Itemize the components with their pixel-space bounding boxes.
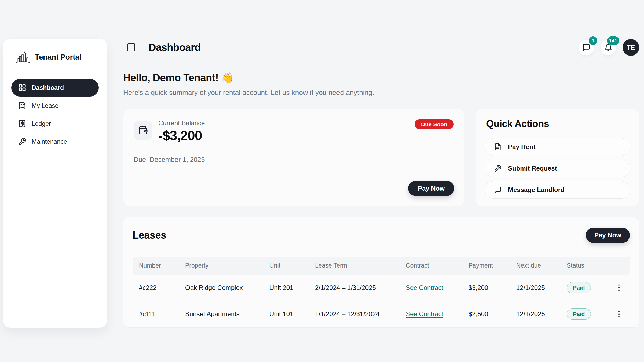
messages-button[interactable]: 1	[579, 40, 594, 55]
balance-label: Current Balance	[158, 119, 205, 127]
greeting-subtitle: Here's a quick summary of your rental ac…	[123, 88, 374, 97]
avatar[interactable]: TE	[623, 39, 639, 56]
col-number: Number	[133, 262, 179, 269]
table-row: #c111 Sunset Apartments Unit 101 1/1/202…	[133, 301, 630, 327]
leases-pay-now-button[interactable]: Pay Now	[586, 228, 630, 243]
file-text-icon	[494, 143, 502, 151]
lease-term: 1/1/2024 – 12/31/2024	[309, 310, 399, 318]
lease-number: #c222	[133, 284, 179, 291]
wallet-icon-box	[134, 121, 152, 140]
status-badge: Paid	[567, 282, 591, 293]
col-lease-term: Lease Term	[309, 262, 399, 269]
sidebar-item-my-lease[interactable]: My Lease	[11, 97, 99, 114]
sidebar-item-label: My Lease	[32, 102, 58, 109]
sidebar: Tenant Portal Dashboard	[3, 39, 107, 328]
quick-actions-title: Quick Actions	[485, 118, 630, 130]
page-title: Dashboard	[149, 42, 201, 53]
messages-count-badge: 1	[589, 36, 597, 45]
table-header-row: Number Property Unit Lease Term Contract…	[133, 257, 630, 275]
status-badge: Paid	[567, 308, 591, 320]
balance-due-date: Due: December 1, 2025	[134, 156, 454, 164]
notifications-button[interactable]: 141	[601, 40, 616, 55]
col-contract: Contract	[399, 262, 462, 269]
lease-next-due: 12/1/2025	[510, 284, 560, 291]
message-landlord-label: Message Landlord	[508, 186, 565, 194]
sidebar-toggle-icon[interactable]	[126, 43, 136, 52]
col-next-due: Next due	[510, 262, 560, 269]
notifications-count-badge: 141	[607, 36, 619, 45]
lease-unit: Unit 101	[263, 310, 309, 318]
wrench-icon	[18, 138, 26, 146]
balance-amount: -$3,200	[158, 128, 205, 143]
lease-term: 2/1/2024 – 1/31/2025	[309, 284, 399, 291]
pay-rent-button[interactable]: Pay Rent	[485, 138, 630, 156]
due-soon-badge: Due Soon	[415, 119, 454, 129]
lease-unit: Unit 201	[263, 284, 309, 291]
col-payment: Payment	[462, 262, 510, 269]
quick-actions-card: Quick Actions Pay Rent Submit Request	[476, 109, 639, 206]
sidebar-item-label: Dashboard	[32, 84, 64, 91]
balance-card: Current Balance -$3,200 Due Soon Due: De…	[123, 109, 464, 206]
app-logo: Tenant Portal	[11, 49, 99, 65]
file-text-icon	[18, 102, 26, 110]
topbar-actions: 1 141 TE	[579, 39, 639, 56]
sidebar-item-label: Maintenance	[32, 138, 67, 145]
greeting-title: Hello, Demo Tenant! 👋	[123, 72, 374, 84]
sidebar-item-maintenance[interactable]: Maintenance	[11, 133, 99, 150]
leases-table: Number Property Unit Lease Term Contract…	[133, 257, 630, 327]
col-property: Property	[179, 262, 263, 269]
see-contract-link[interactable]: See Contract	[406, 310, 443, 317]
wrench-icon	[494, 165, 502, 172]
lease-property: Oak Ridge Complex	[179, 284, 263, 291]
sidebar-item-dashboard[interactable]: Dashboard	[11, 79, 99, 97]
lease-number: #c111	[133, 310, 179, 318]
pay-now-button[interactable]: Pay Now	[408, 181, 454, 196]
receipt-icon	[18, 120, 26, 128]
buildings-logo-icon	[15, 49, 31, 65]
topbar: Dashboard 1 141 TE	[123, 38, 639, 57]
lease-payment: $3,200	[462, 284, 510, 291]
col-unit: Unit	[263, 262, 309, 269]
row-menu-icon[interactable]	[613, 309, 624, 319]
leases-card: Leases Pay Now Number Property Unit Leas…	[123, 217, 639, 328]
leases-title: Leases	[133, 230, 166, 241]
submit-request-label: Submit Request	[508, 165, 557, 172]
row-menu-icon[interactable]	[613, 282, 624, 293]
lease-property: Sunset Apartments	[179, 310, 263, 318]
table-row: #c222 Oak Ridge Complex Unit 201 2/1/202…	[133, 275, 630, 301]
sidebar-item-label: Ledger	[32, 120, 51, 127]
lease-payment: $2,500	[462, 310, 510, 318]
sidebar-item-ledger[interactable]: Ledger	[11, 115, 99, 132]
see-contract-link[interactable]: See Contract	[406, 284, 443, 291]
greeting: Hello, Demo Tenant! 👋 Here's a quick sum…	[123, 72, 374, 97]
col-status: Status	[560, 262, 611, 269]
sidebar-nav: Dashboard My Lease Ledger	[11, 79, 99, 150]
message-square-icon	[582, 43, 590, 51]
lease-next-due: 12/1/2025	[510, 310, 560, 318]
wallet-icon	[138, 125, 148, 135]
message-landlord-button[interactable]: Message Landlord	[485, 181, 630, 199]
message-square-icon	[494, 186, 502, 194]
dashboard-grid-icon	[18, 84, 26, 92]
app-title: Tenant Portal	[35, 53, 81, 61]
pay-rent-label: Pay Rent	[508, 143, 536, 151]
submit-request-button[interactable]: Submit Request	[485, 160, 630, 177]
